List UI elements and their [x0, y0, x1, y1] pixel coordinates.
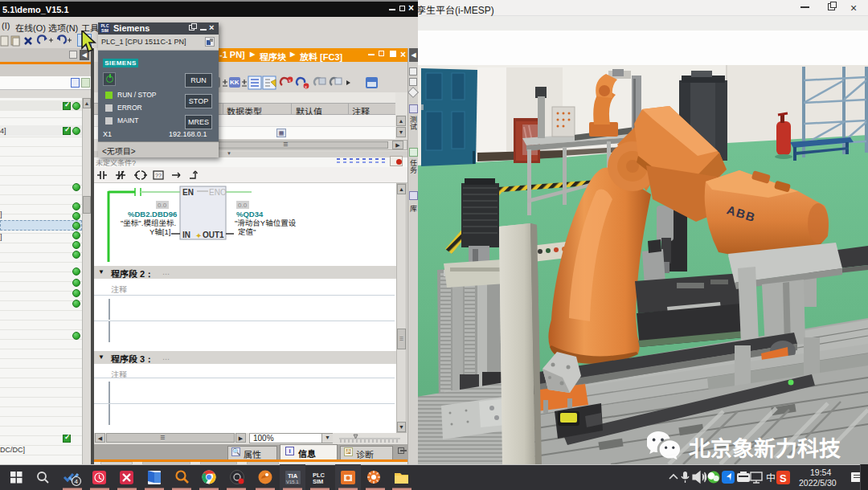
svg-text:中: 中 — [766, 470, 776, 484]
svg-text:IN: IN — [182, 231, 190, 239]
svg-text:✦: ✦ — [195, 231, 202, 240]
svg-text:4: 4 — [75, 478, 79, 485]
svg-text:x: x — [305, 84, 307, 89]
svg-text:KK: KK — [230, 79, 240, 86]
svg-text:OUT1: OUT1 — [203, 231, 224, 239]
svg-text:%DB2.DBD96: %DB2.DBD96 — [128, 210, 177, 218]
svg-text:19:54: 19:54 — [810, 468, 831, 477]
svg-text:EN: EN — [182, 188, 194, 197]
svg-text:定值": 定值" — [238, 227, 256, 236]
svg-text:??: ?? — [155, 173, 162, 178]
svg-text:Y轴[1]: Y轴[1] — [149, 227, 170, 236]
svg-text:"滑动台Y轴位置设: "滑动台Y轴位置设 — [235, 218, 297, 227]
svg-text:V15.1: V15.1 — [286, 480, 299, 484]
svg-text:%QD34: %QD34 — [236, 210, 264, 218]
svg-text:TIA: TIA — [288, 472, 298, 480]
svg-text:北京象新力科技: 北京象新力科技 — [689, 431, 841, 463]
svg-text:0.0: 0.0 — [158, 202, 167, 209]
svg-text:ENO: ENO — [209, 188, 227, 197]
svg-text:0.0: 0.0 — [238, 202, 248, 209]
svg-text:SIM: SIM — [313, 478, 323, 485]
svg-text:"坐标".模组坐标.: "坐标".模组坐标. — [121, 218, 176, 227]
svg-text:x: x — [289, 78, 291, 83]
svg-text:2022/5/30: 2022/5/30 — [799, 478, 837, 488]
svg-text:S: S — [780, 472, 787, 484]
